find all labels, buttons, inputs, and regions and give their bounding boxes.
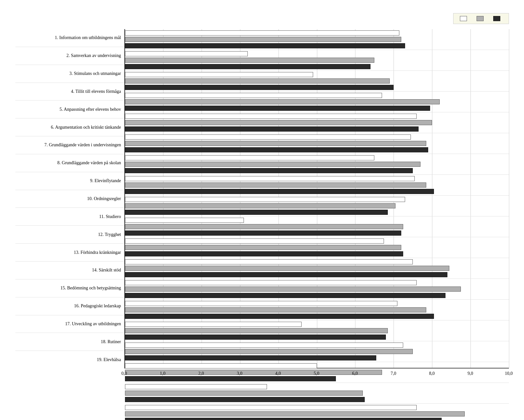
bar-wrapper-14-1 <box>125 307 509 313</box>
bar-7-0 <box>125 155 375 160</box>
bar-11-1 <box>125 245 402 250</box>
x-tick-3: 3,0 <box>237 371 243 376</box>
x-tick-1: 1,0 <box>160 371 166 376</box>
bar-row-16 <box>125 341 509 362</box>
bar-wrapper-16-0 <box>125 342 509 348</box>
y-label-15: 15. Bedömning och betygsättning <box>15 279 124 297</box>
bar-wrapper-5-2 <box>125 126 509 132</box>
bar-wrapper-8-0 <box>125 176 509 182</box>
bar-6-0 <box>125 134 411 140</box>
bar-14-1 <box>125 307 426 312</box>
bar-wrapper-7-2 <box>125 168 509 174</box>
bar-wrapper-2-1 <box>125 57 509 63</box>
bar-wrapper-10-0 <box>125 217 509 223</box>
bar-wrapper-7-0 <box>125 155 509 161</box>
y-label-18: 18. Rutiner <box>15 333 124 351</box>
chart-area: 1. Information om utbildningens mål2. Sa… <box>15 29 509 368</box>
bar-row-1 <box>125 29 509 50</box>
bar-18-1 <box>125 391 363 396</box>
bar-17-0 <box>125 363 317 368</box>
bar-4-1 <box>125 99 440 104</box>
y-label-1: 1. Information om utbildningens mål <box>15 29 124 47</box>
bar-wrapper-14-2 <box>125 313 509 319</box>
bar-10-1 <box>125 224 403 229</box>
bar-wrapper-7-1 <box>125 161 509 167</box>
legend-item-2 <box>477 16 486 21</box>
x-tick-8: 8,0 <box>429 371 435 376</box>
bar-19-2 <box>125 418 442 420</box>
bar-10-2 <box>125 230 402 236</box>
bar-wrapper-3-1 <box>125 78 509 84</box>
y-label-11: 11. Studiero <box>15 208 124 226</box>
bar-row-15 <box>125 320 509 341</box>
bar-wrapper-5-0 <box>125 113 509 119</box>
bar-row-10 <box>125 216 509 237</box>
bar-row-13 <box>125 279 509 300</box>
bar-12-2 <box>125 272 447 277</box>
bar-wrapper-4-0 <box>125 93 509 98</box>
bar-wrapper-2-0 <box>125 51 509 57</box>
bar-wrapper-1-0 <box>125 30 509 36</box>
bar-13-2 <box>125 293 445 298</box>
bar-1-0 <box>125 30 400 36</box>
bar-8-0 <box>125 176 415 181</box>
bar-wrapper-16-1 <box>125 349 509 354</box>
legend-item-3 <box>493 16 502 21</box>
legend <box>453 13 509 24</box>
bar-row-19 <box>125 404 509 420</box>
bar-9-0 <box>125 197 405 202</box>
bar-row-18 <box>125 383 509 404</box>
bar-19-0 <box>125 405 417 410</box>
bar-wrapper-18-0 <box>125 384 509 390</box>
x-tick-7: 7,0 <box>391 371 396 376</box>
bar-9-2 <box>125 210 388 215</box>
x-tick-4: 4,0 <box>275 371 281 376</box>
y-label-4: 4. Tillit till elevens förmåga <box>15 83 124 101</box>
bar-wrapper-12-0 <box>125 259 509 265</box>
bar-2-0 <box>125 51 248 56</box>
bar-11-2 <box>125 251 403 256</box>
bar-6-2 <box>125 147 428 152</box>
bar-wrapper-13-1 <box>125 286 509 292</box>
bar-wrapper-11-1 <box>125 245 509 250</box>
bar-4-2 <box>125 106 430 111</box>
x-axis: 0,01,02,03,04,05,06,07,08,09,010,0 <box>124 368 509 378</box>
bar-3-0 <box>125 72 313 77</box>
bar-18-2 <box>125 397 365 402</box>
bar-row-2 <box>125 50 509 71</box>
bar-wrapper-19-1 <box>125 411 509 417</box>
bar-5-0 <box>125 114 417 119</box>
y-label-14: 14. Särskilt stöd <box>15 262 124 279</box>
bar-4-0 <box>125 93 382 98</box>
bar-15-2 <box>125 335 386 340</box>
bar-2-1 <box>125 58 375 63</box>
legend-item-1 <box>460 16 469 21</box>
bar-12-1 <box>125 266 449 271</box>
bar-wrapper-2-2 <box>125 64 509 69</box>
bar-wrapper-4-1 <box>125 99 509 105</box>
bar-wrapper-12-1 <box>125 265 509 271</box>
y-label-17: 17. Utveckling av utbildningen <box>15 315 124 333</box>
bar-3-1 <box>125 78 390 84</box>
y-label-2: 2. Samverkan av undervisning <box>15 47 124 65</box>
y-label-19: 19. Elevhälsa <box>15 351 124 368</box>
bar-row-3 <box>125 71 509 92</box>
x-tick-10: 10,0 <box>505 371 513 376</box>
bar-2-2 <box>125 64 371 69</box>
bar-wrapper-18-1 <box>125 390 509 396</box>
bar-row-8 <box>125 175 509 196</box>
bar-row-9 <box>125 196 509 216</box>
bar-wrapper-12-2 <box>125 272 509 278</box>
bar-wrapper-1-1 <box>125 36 509 42</box>
bar-wrapper-19-2 <box>125 417 509 420</box>
bar-1-2 <box>125 43 405 48</box>
y-label-16: 16. Pedagogiskt ledarskap <box>15 297 124 315</box>
legend-box-gray <box>477 16 484 21</box>
legend-box-white <box>460 16 467 21</box>
bar-row-6 <box>125 133 509 154</box>
bar-12-0 <box>125 259 413 264</box>
bar-wrapper-10-1 <box>125 224 509 230</box>
bar-row-4 <box>125 92 509 112</box>
bar-8-1 <box>125 182 426 188</box>
bar-16-0 <box>125 343 403 348</box>
